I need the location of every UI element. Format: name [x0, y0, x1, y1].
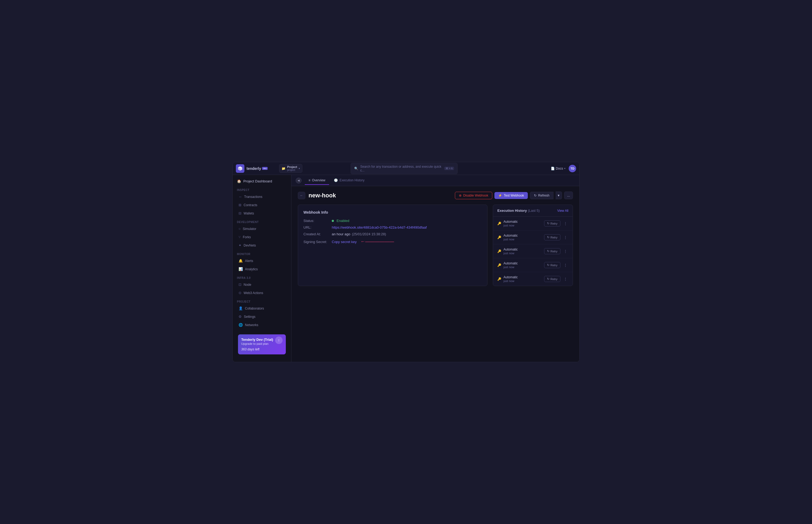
sidebar-item-wallets[interactable]: ⊟ Wallets	[234, 209, 290, 217]
sidebar-section-infra: Infra 3.0	[233, 273, 291, 280]
history-item-name-5: Automatic	[503, 275, 542, 279]
retry-button-3[interactable]: ↻ Retry	[544, 248, 561, 254]
collapse-button[interactable]: ◀	[296, 178, 302, 183]
topbar-right: 📄 Docs ▾ TD	[551, 165, 576, 172]
history-panel-title: Execution History (Last 5)	[497, 209, 539, 213]
retry-button-2[interactable]: ↻ Retry	[544, 234, 561, 240]
sidebar-item-forks[interactable]: ⑂ Forks	[234, 233, 290, 241]
sidebar-item-label: DevNets	[244, 244, 256, 247]
overview-icon: ≡	[309, 178, 310, 182]
key-icon-4: 🔑	[497, 263, 501, 267]
history-item-info-1: Automatic just now	[503, 220, 542, 227]
sidebar-item-contracts[interactable]: ⊞ Contracts	[234, 201, 290, 209]
disable-webhook-button[interactable]: ⊗ Disable Webhook	[455, 192, 492, 199]
sidebar: 🏠 Project Dashboard Inspect ↔ Transactio…	[233, 175, 291, 362]
status-label: Status:	[304, 219, 330, 223]
settings-icon: ⚙	[239, 315, 242, 318]
history-item-time-4: just now	[503, 265, 542, 269]
key-icon-2: 🔑	[497, 235, 501, 239]
signing-row: Signing Secret: Copy secret key ←——————	[304, 239, 482, 244]
refresh-icon: ↻	[534, 194, 537, 197]
dev-badge: dev	[262, 167, 267, 170]
refresh-arrow-icon: ▾	[558, 193, 559, 197]
logo-text: tenderly	[246, 166, 261, 171]
sidebar-item-alerts[interactable]: 🔔 Alerts	[234, 257, 290, 265]
history-item-name-3: Automatic	[503, 248, 542, 251]
sidebar-item-transactions[interactable]: ↔ Transactions	[234, 193, 290, 200]
retry-button-4[interactable]: ↻ Retry	[544, 262, 561, 268]
sidebar-item-web3actions[interactable]: ⊙ Web3 Actions	[234, 289, 290, 297]
status-value: Enabled	[337, 219, 350, 223]
search-input-container[interactable]: 🔍 Search for any transaction or address,…	[351, 163, 457, 174]
sidebar-item-label: Web3 Actions	[244, 291, 263, 295]
sidebar-item-devnets[interactable]: ✦ DevNets	[234, 242, 290, 249]
main-grid: Webhook Info Status: Enabled URL: https:…	[298, 204, 573, 286]
view-all-button[interactable]: View All	[557, 209, 568, 213]
sidebar-item-node[interactable]: ⊡ Node	[234, 281, 290, 289]
webhook-header: ← new-hook ⊗ Disable Webhook ⚡ Test Webh…	[298, 192, 573, 199]
retry-label-2: Retry	[551, 236, 557, 239]
history-more-button-3[interactable]: ⋮	[563, 248, 568, 255]
refresh-button[interactable]: ↻ Refresh	[530, 192, 553, 199]
key-icon-1: 🔑	[497, 222, 501, 225]
refresh-dropdown-button[interactable]: ▾	[556, 192, 562, 199]
back-icon: ←	[300, 194, 303, 197]
project-selector[interactable]: 📁 Project project ▾	[279, 164, 302, 173]
info-card-title: Webhook Info	[304, 210, 482, 214]
history-item-1: 🔑 Automatic just now ↻ Retry ⋮	[493, 217, 573, 230]
search-placeholder: Search for any transaction or address, a…	[360, 165, 442, 172]
test-webhook-button[interactable]: ⚡ Test Webhook	[494, 192, 528, 199]
topbar: tenderly dev 📁 Project project ▾ 🔍 Searc…	[233, 162, 579, 175]
analytics-icon: 📊	[239, 267, 243, 271]
trial-banner[interactable]: Tenderly Dev (Trial) Upgrade to paid pla…	[238, 334, 286, 355]
sidebar-item-label: Transactions	[244, 195, 262, 199]
retry-label-4: Retry	[551, 264, 557, 267]
back-button[interactable]: ←	[298, 192, 305, 199]
sidebar-item-label: Forks	[243, 235, 251, 239]
avatar[interactable]: TD	[569, 165, 576, 172]
docs-button[interactable]: 📄 Docs ▾	[551, 167, 566, 170]
more-icon: ...	[567, 193, 570, 197]
alerts-icon: 🔔	[239, 259, 243, 263]
disable-icon: ⊗	[459, 194, 461, 197]
created-value: an hour ago	[332, 232, 350, 236]
history-more-button-1[interactable]: ⋮	[563, 220, 568, 227]
page-content: ← new-hook ⊗ Disable Webhook ⚡ Test Webh…	[291, 186, 579, 362]
history-more-button-2[interactable]: ⋮	[563, 234, 568, 241]
sidebar-item-collaborators[interactable]: 👤 Collaborators	[234, 305, 290, 312]
sidebar-item-project-dashboard[interactable]: 🏠 Project Dashboard	[233, 177, 291, 185]
history-panel-header: Execution History (Last 5) View All	[493, 205, 573, 217]
sidebar-item-analytics[interactable]: 📊 Analytics	[234, 265, 290, 273]
history-more-button-4[interactable]: ⋮	[563, 262, 568, 268]
retry-icon-5: ↻	[547, 277, 549, 281]
execution-history-panel: Execution History (Last 5) View All 🔑 Au…	[493, 204, 573, 286]
upgrade-icon: ↑	[275, 337, 282, 344]
tab-overview-label: Overview	[312, 178, 325, 182]
tab-execution-history[interactable]: 🕐 Execution History	[330, 176, 368, 185]
tab-overview[interactable]: ≡ Overview	[305, 176, 329, 185]
sidebar-item-label: Analytics	[245, 267, 258, 271]
more-options-button[interactable]: ...	[564, 192, 573, 199]
search-bar[interactable]: 🔍 Search for any transaction or address,…	[351, 163, 457, 174]
project-dashboard-label: Project Dashboard	[243, 179, 272, 183]
contracts-icon: ⊞	[239, 203, 242, 207]
history-item-time-1: just now	[503, 224, 542, 227]
url-value[interactable]: https://webhook.site/4881dca0-075b-422a-…	[332, 225, 427, 229]
docs-label: Docs	[556, 167, 563, 170]
search-icon: 🔍	[354, 167, 358, 170]
sidebar-item-label: Wallets	[244, 212, 254, 215]
retry-button-1[interactable]: ↻ Retry	[544, 220, 561, 227]
refresh-label: Refresh	[538, 194, 549, 197]
tab-execution-history-label: Execution History	[340, 178, 364, 182]
webhook-info-card: Webhook Info Status: Enabled URL: https:…	[298, 204, 487, 286]
history-more-button-5[interactable]: ⋮	[563, 276, 568, 282]
retry-button-5[interactable]: ↻ Retry	[544, 276, 561, 282]
history-item-info-5: Automatic just now	[503, 275, 542, 282]
trial-title: Tenderly Dev (Trial)	[241, 338, 273, 342]
test-icon: ⚡	[498, 194, 502, 197]
sidebar-item-simulator[interactable]: ○ Simulator	[234, 225, 290, 233]
sidebar-item-networks[interactable]: 🌐 Networks	[234, 321, 290, 329]
history-item-time-5: just now	[503, 279, 542, 282]
copy-secret-key-button[interactable]: Copy secret key	[332, 240, 357, 244]
sidebar-item-settings[interactable]: ⚙ Settings	[234, 313, 290, 321]
